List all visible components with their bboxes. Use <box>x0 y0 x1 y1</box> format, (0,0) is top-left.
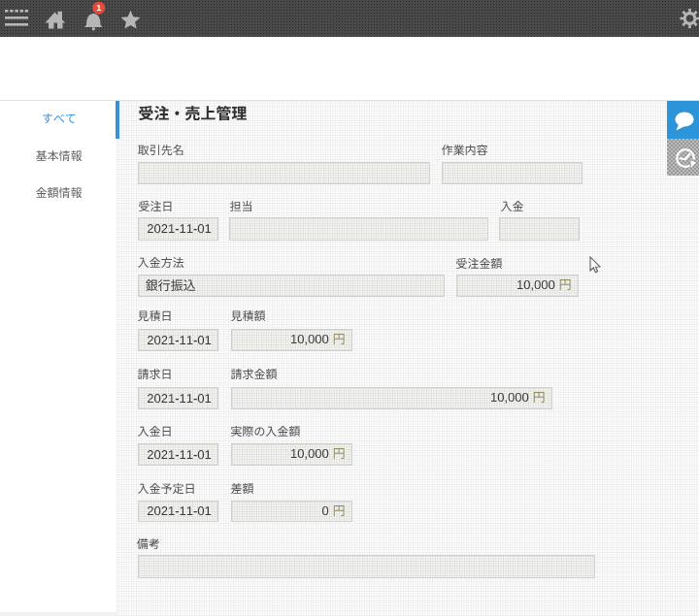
svg-text:1: 1 <box>96 3 101 13</box>
